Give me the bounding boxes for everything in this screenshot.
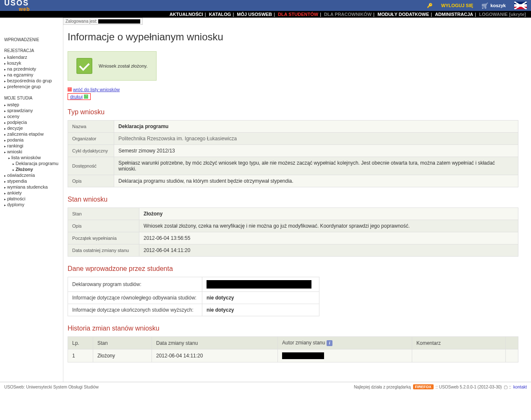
history-h-lp: Lp. (68, 337, 93, 349)
section-typ: Typ wniosku (68, 108, 518, 116)
section-stan: Stan wniosku (68, 196, 518, 203)
sidebar-decyzje[interactable]: decyzje (7, 126, 23, 131)
check-icon (76, 58, 92, 74)
logo-main: USOS (4, 0, 30, 7)
nav-katalog[interactable]: KATALOG (209, 12, 231, 17)
sidebar-koszyk[interactable]: koszyk (7, 60, 21, 66)
sidebar-rankingi[interactable]: rankingi (7, 143, 24, 148)
footer-browser: Najlepiej działa z przeglądarką (354, 385, 411, 389)
nav-dla-studentow[interactable]: DLA STUDENTÓW (278, 12, 318, 17)
student-ukonczone-label: Informacje dotyczące ukończonych studiów… (68, 304, 202, 316)
student-program-label: Deklarowany program studiów: (68, 277, 202, 292)
student-ukonczone-val: nie dotyczy (202, 304, 319, 316)
firefox-badge[interactable]: FIREFOX (413, 384, 434, 389)
history-komentarz (412, 349, 506, 362)
section-dane: Dane wprowadzone przez studenta (68, 265, 518, 273)
sidebar-oswiadczenia[interactable]: oświadczenia (7, 173, 35, 178)
history-stan: Złożony (93, 349, 152, 362)
logout-link[interactable]: WYLOGUJ SIĘ (441, 3, 473, 8)
history-h-stan: Stan (93, 337, 152, 349)
footer-kontakt-link[interactable]: kontakt (513, 385, 527, 389)
sidebar-wstep[interactable]: wstęp (7, 102, 19, 107)
sidebar-zlozony[interactable]: Złożony (16, 167, 33, 172)
sidebar-sprawdziany[interactable]: sprawdziany (7, 108, 33, 113)
logo[interactable]: USOS web (4, 0, 30, 12)
print-link-box: drukuj (68, 93, 91, 100)
cart-icon (481, 3, 488, 9)
main-nav: AKTUALNOŚCI| KATALOG| MÓJ USOSWEB| DLA S… (0, 11, 531, 18)
sidebar-preferencje[interactable]: preferencje grup (7, 84, 41, 89)
logo-sub: web (4, 7, 30, 12)
state-zmiana-label: Data ostatniej zmiany stanu (68, 244, 139, 257)
history-autor (278, 349, 412, 362)
sidebar-na-przedmioty[interactable]: na przedmioty (7, 66, 36, 71)
language-flag-uk[interactable] (514, 2, 527, 9)
nav-moj-usosweb[interactable]: MÓJ USOSWEB (237, 12, 272, 17)
state-opis-label: Opis (68, 220, 139, 232)
print-link[interactable]: drukuj (70, 94, 83, 99)
history-table: Lp. Stan Data zmiany stanu Autor zmiany … (68, 336, 518, 362)
nav-aktualnosci[interactable]: AKTUALNOŚCI (170, 12, 203, 17)
top-bar: USOS web WYLOGUJ SIĘ koszyk (0, 0, 531, 11)
history-row: 1 Złożony 2012-06-04 14:11:20 (68, 349, 518, 362)
key-icon (427, 3, 433, 8)
type-cykl-label: Cykl dydaktyczny (68, 145, 114, 157)
type-dostepnosc-label: Dostępność (68, 157, 114, 175)
student-program-redacted (207, 280, 311, 289)
sidebar-h-studia: MOJE STUDIA (4, 96, 59, 100)
student-program-val (202, 277, 319, 292)
sidebar-podania[interactable]: podania (7, 137, 24, 142)
type-organizator-val: Politechnika Rzeszowska im. Ignacego Łuk… (114, 133, 518, 145)
sidebar-kalendarz[interactable]: kalendarz (7, 55, 27, 60)
nav-administracja[interactable]: ADMINISTRACJA (435, 12, 473, 17)
sidebar-stypendia[interactable]: stypendia (7, 178, 27, 184)
back-link-row: wróć do listy wniosków (68, 87, 518, 92)
sidebar-platnosci[interactable]: płatności (7, 196, 25, 201)
type-opis-val: Deklaracja programu studiów, na którym s… (114, 175, 518, 187)
history-h-komentarz: Komentarz (412, 337, 506, 349)
cart-label: koszyk (490, 3, 506, 8)
back-to-list-link[interactable]: wróć do listy wniosków (73, 87, 120, 92)
arrow-left-icon (68, 87, 72, 92)
sidebar-wnioski[interactable]: wnioski (7, 149, 22, 154)
footer-version: :: USOSweb 5.2.0.0-1 (2012-03-30) (436, 385, 502, 389)
sidebar-lista-wnioskow[interactable]: lista wniosków (11, 155, 41, 160)
state-table: StanZłożony OpisWniosek został złożony, … (68, 207, 518, 257)
footer-right: Najlepiej działa z przeglądarką FIREFOX … (354, 384, 527, 389)
history-data: 2012-06-04 14:11:20 (152, 349, 278, 362)
sidebar-ankiety[interactable]: ankiety (7, 190, 22, 195)
type-cykl-val: Semestr zimowy 2012/13 (114, 145, 518, 157)
sidebar-zaliczenia[interactable]: zaliczenia etapów (7, 131, 44, 136)
state-opis-val: Wniosek został złożony, czeka na weryfik… (139, 220, 518, 232)
arrow-right-icon (84, 94, 88, 99)
sidebar-deklaracja[interactable]: Deklaracja programu (16, 161, 58, 166)
type-table: NazwaDeklaracja programu OrganizatorPoli… (68, 120, 518, 187)
state-stan-label: Stan (68, 208, 139, 220)
sidebar-na-egzaminy[interactable]: na egzaminy (7, 72, 33, 77)
student-table: Deklarowany program studiów: Informacje … (68, 277, 319, 316)
login-info: Zalogowana jest: (63, 18, 143, 25)
sidebar: WPROWADZENIE REJESTRACJA kalendarz koszy… (0, 25, 63, 382)
info-icon[interactable]: i (327, 340, 332, 346)
type-dostepnosc-val: Spełniasz warunki potrzebne, by móc złoż… (114, 157, 518, 175)
nav-logowanie[interactable]: LOGOWANIE [ukryte] (479, 12, 526, 17)
state-poczatek-val: 2012-06-04 13:56:55 (139, 232, 518, 244)
sidebar-h-intro: WPROWADZENIE (4, 37, 59, 42)
sidebar-oceny[interactable]: oceny (7, 114, 19, 119)
sidebar-dyplomy[interactable]: dyplomy (7, 202, 24, 207)
state-poczatek-label: Początek wypełniania (68, 232, 139, 244)
history-autor-redacted (282, 352, 324, 359)
nav-dla-pracownikow[interactable]: DLA PRACOWNIKÓW (324, 12, 371, 17)
footer-left: USOSweb: Uniwersytecki System Obsługi St… (4, 385, 99, 389)
nav-moduly[interactable]: MODUŁY DODATKOWE (377, 12, 429, 17)
history-h-autor: Autor zmiany stanu i (278, 337, 412, 349)
page-title: Informacje o wypełnianym wniosku (68, 31, 518, 43)
cart-link[interactable]: koszyk (481, 3, 506, 9)
sidebar-wymiana[interactable]: wymiana studencka (7, 184, 48, 189)
sidebar-podpiecia[interactable]: podpięcia (7, 120, 27, 125)
sidebar-bezposrednia[interactable]: bezpośrednia do grup (7, 78, 52, 83)
type-nazwa-label: Nazwa (68, 121, 114, 133)
sidebar-h-rejestracja: REJESTRACJA (4, 48, 59, 53)
top-right: WYLOGUJ SIĘ koszyk (427, 2, 527, 9)
student-rownolegle-val: nie dotyczy (202, 292, 319, 304)
